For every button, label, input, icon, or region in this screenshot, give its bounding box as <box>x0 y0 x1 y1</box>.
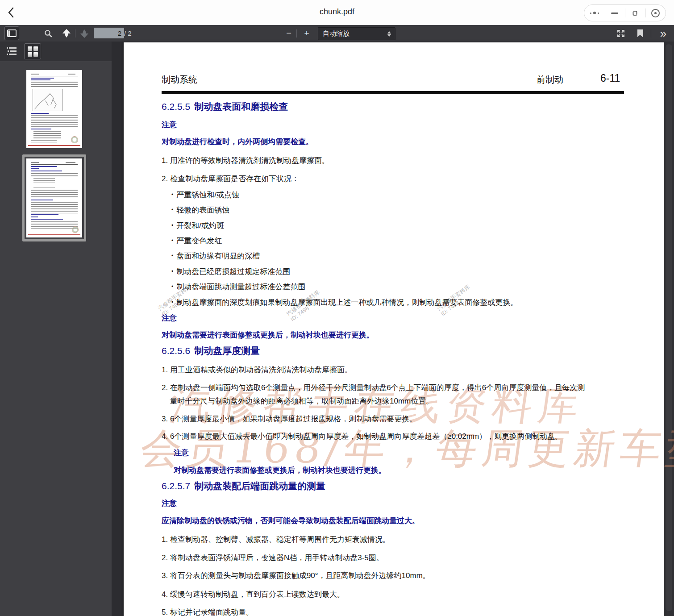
bullet-item: 轻微的表面锈蚀 <box>171 205 229 215</box>
step-text: 2. 检查制动盘摩擦面是否存在如下状况： <box>162 174 299 184</box>
close-circle-button[interactable] <box>645 5 666 21</box>
page-up-icon <box>62 29 71 38</box>
thumbnail-sidebar <box>0 42 112 616</box>
note-label: 注意 <box>162 499 177 508</box>
note-text: 应清除制动盘的铁锈或污物，否则可能会导致制动盘装配后端面跳动量过大。 <box>162 516 420 526</box>
page-number-input[interactable] <box>94 28 124 38</box>
pdf-toolbar: / 2 − + 自动缩放 » <box>0 25 674 42</box>
step-text: 1. 用工业酒精或类似的制动器清洗剂清洗制动盘摩擦面。 <box>162 365 352 375</box>
step-text: 4. 缓慢匀速转动制动盘，直到百分表上读数达到最大。 <box>162 590 345 599</box>
watermark-small: 汽修帮手资料库ID: 7498 <box>436 270 495 318</box>
next-page-button[interactable] <box>78 27 91 39</box>
window-controls <box>584 4 666 21</box>
toolbar-separator <box>75 29 75 37</box>
step-text: 1. 检查制动器、控制臂、减振器、稳定杆等周围件无力矩衰减情况。 <box>162 535 390 545</box>
toolbar-separator <box>296 29 297 37</box>
thumbnail-page-1[interactable] <box>26 70 82 148</box>
select-spinner-icon <box>387 31 391 37</box>
more-dots-icon <box>590 12 599 14</box>
zoom-scale-select[interactable]: 自动缩放 <box>318 27 395 40</box>
bullet-item: 开裂和/或灼斑 <box>171 221 224 231</box>
zoom-scale-value: 自动缩放 <box>318 29 387 38</box>
note-text: 对制动盘需要进行表面修整或更换后，制动衬块也要进行更换。 <box>162 330 374 340</box>
page-number-label: 6-11 <box>600 73 620 83</box>
circle-dot-icon <box>651 9 660 17</box>
thumbnail-page-1-preview <box>26 70 82 148</box>
step-text: 4. 6个测量厚度最大值减去最小值即为制动盘周向厚度差，如制动盘周向厚度差超差（… <box>162 432 562 441</box>
page-header-center: 前制动 <box>537 75 563 84</box>
pdf-viewer-area: 汽修帮手在线资料库 会员168/年，每周更新车型 汽修帮手资料库ID: 7498… <box>112 42 674 616</box>
fullscreen-arrows-icon <box>616 29 626 38</box>
note-label: 注意 <box>174 448 189 458</box>
previous-page-button[interactable] <box>60 27 73 39</box>
bookmark-button[interactable] <box>634 27 646 39</box>
find-button[interactable] <box>42 27 54 39</box>
section-heading-6257: 6.2.5.7制动盘装配后端面跳动量的测量 <box>162 480 325 492</box>
pdf-viewer-window: chunk.pdf <box>0 0 674 616</box>
document-title: chunk.pdf <box>0 7 674 17</box>
pdf-page-2: 汽修帮手在线资料库 会员168/年，每周更新车型 汽修帮手资料库ID: 7498… <box>124 42 664 616</box>
thumbnail-page-2-selected[interactable] <box>22 154 86 241</box>
more-options-button[interactable] <box>584 5 605 21</box>
vertical-scrollbar[interactable] <box>664 42 674 616</box>
minimize-button[interactable] <box>605 5 625 21</box>
thumbnail-illustration <box>33 89 63 111</box>
page-down-icon <box>80 29 89 38</box>
note-label: 注意 <box>162 120 177 130</box>
header-rule <box>162 91 624 94</box>
toolbar-separator <box>651 29 651 37</box>
bullet-item: 制动盘已经磨损超过规定标准范围 <box>171 266 290 277</box>
page-count-label: / 2 <box>124 25 132 42</box>
step-text: 5. 标记并记录端面跳动量。 <box>162 608 254 616</box>
bullet-item: 制动盘端面跳动测量超过标准公差范围 <box>171 282 305 292</box>
search-icon <box>44 29 53 38</box>
step-text: 3. 将百分表的测量头与制动盘摩擦面接触成90°，且距离制动盘外边缘约10mm。 <box>162 571 430 581</box>
bookmark-icon <box>637 29 643 37</box>
bullet-item: 严重锈蚀和/或点蚀 <box>171 190 239 200</box>
sidebar-icon <box>7 29 17 37</box>
section-heading-6255: 6.2.5.5制动盘表面和磨损检查 <box>162 101 288 112</box>
sidebar-view-switcher <box>0 42 112 61</box>
presentation-mode-button[interactable] <box>614 27 628 39</box>
section-heading-6256: 6.2.5.6制动盘厚度测量 <box>162 345 260 357</box>
thumbnails-grid-icon <box>28 46 38 57</box>
bullet-item: 盘面和边缘有明显的深槽 <box>171 251 260 261</box>
note-label: 注意 <box>162 313 177 323</box>
step-text-continued: 量时千分尺与制动盘外边缘的距离必须相等，取制动面距离外边缘10mm位置。 <box>170 396 433 406</box>
step-text: 2. 在制动盘一侧端面均匀选取6个测量点，用外径千分尺测量制动盘6个点上下端面的… <box>162 383 585 393</box>
document-outline-button[interactable] <box>4 43 20 59</box>
bullet-item: 制动盘摩擦面的深度划痕如果制动盘摩擦面出现上述一种或几种情况，则制动盘需要表面修… <box>171 297 518 308</box>
step-text: 2. 将制动盘表面浮锈清理后，变速器N档，用手转动制动盘3-5圈。 <box>162 553 384 563</box>
thumbnails-view-button[interactable] <box>24 43 41 59</box>
watermark-small: 汽修帮手资料库ID: 7498 <box>157 270 216 318</box>
zoom-in-button[interactable]: + <box>301 27 312 39</box>
scrollbar-thumb[interactable] <box>666 44 672 611</box>
restore-window-button[interactable] <box>625 5 645 21</box>
restore-icon <box>631 9 639 17</box>
note-text: 对制动盘进行检查时，内外两侧均需要检查。 <box>162 137 313 147</box>
more-tools-button[interactable]: » <box>655 26 671 40</box>
step-text: 3. 6个测量厚度最小值，如果制动盘厚度超过报废规格，则制动盘需要更换。 <box>162 414 417 424</box>
zoom-out-button[interactable]: − <box>283 27 295 39</box>
page-header-left: 制动系统 <box>162 75 197 84</box>
note-text: 对制动盘需要进行表面修整或更换后，制动衬块也要进行更换。 <box>174 466 386 475</box>
thumbnail-page-2-preview <box>26 158 82 237</box>
bullet-item: 严重变色发红 <box>171 236 222 246</box>
step-text: 1. 用准许的等效制动器清洗剂清洗制动盘摩擦面。 <box>162 156 329 166</box>
minimize-icon <box>611 12 618 14</box>
titlebar: chunk.pdf <box>0 0 674 25</box>
outline-list-icon <box>6 46 17 56</box>
toggle-sidebar-button[interactable] <box>4 26 19 40</box>
